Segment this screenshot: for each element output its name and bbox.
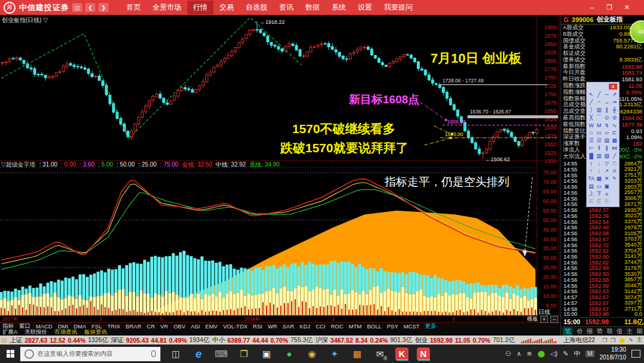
quote-tab-值[interactable]: 值 [617, 327, 623, 336]
palette-tool-icon[interactable]: 下 [595, 190, 603, 198]
wps-app-icon[interactable]: ▦ [350, 346, 364, 362]
palette-tool-icon[interactable]: ╱ [595, 91, 603, 99]
tim-app-icon[interactable]: ✦ [327, 346, 342, 362]
back-icon[interactable]: ❮ [85, 3, 95, 12]
palette-tool-icon[interactable]: ↯ [603, 121, 611, 129]
palette-tool-icon[interactable]: ▩ [595, 175, 603, 183]
status-icon-1[interactable]: ❐ [611, 337, 615, 343]
status-app-icon[interactable]: ▤ [1, 337, 7, 343]
palette-tool-icon[interactable] [611, 190, 618, 198]
chart-title[interactable]: 创业板指(日线) ▽ [2, 16, 48, 24]
menu-自选股[interactable]: 自选股 [240, 1, 273, 14]
menu-资讯[interactable]: 资讯 [273, 1, 299, 14]
palette-tool-icon[interactable]: 上 [587, 190, 595, 198]
palette-tool-icon[interactable]: ⊏ [611, 129, 618, 137]
palette-tool-icon[interactable]: ▭ [595, 183, 603, 190]
file-explorer-icon[interactable]: ❐ [237, 346, 251, 362]
palette-tool-icon[interactable]: ▣ [603, 183, 611, 190]
palette-tool-icon[interactable]: ✕ [603, 175, 611, 183]
palette-tool-icon[interactable]: ╱ [587, 99, 595, 106]
menu-设置[interactable]: 设置 [352, 1, 378, 14]
palette-tool-icon[interactable]: ↓ [595, 167, 603, 175]
menu-数据[interactable]: 数据 [299, 1, 326, 14]
forward-icon[interactable]: ❯ [98, 3, 109, 12]
palette-tool-icon[interactable] [611, 198, 618, 205]
palette-tool-icon[interactable]: ╳ [587, 113, 595, 121]
palette-tool-icon[interactable]: 手 [603, 198, 611, 205]
palette-tool-icon[interactable]: ∦ [603, 144, 611, 152]
stock-app-icon[interactable]: K [395, 347, 408, 361]
palette-tool-icon[interactable]: ☱ [595, 137, 603, 144]
people-icon[interactable]: ⚇ [505, 350, 511, 358]
palette-tool-icon[interactable]: ▨ [603, 152, 611, 159]
quote-tab-细[interactable]: 细 [587, 327, 593, 336]
palette-tool-icon[interactable]: ⌂ [587, 129, 595, 137]
palette-tool-icon[interactable]: A [611, 167, 618, 175]
edge-browser-icon[interactable]: e [191, 346, 206, 362]
security-icon[interactable]: ⬤ [538, 350, 545, 358]
index-中小[interactable]: 中小6389.7744.440.70%755.3亿 [212, 336, 312, 344]
palette-tool-icon[interactable]: ▓ [587, 152, 595, 159]
taskbar-clock[interactable]: 19:30 2018/7/10 [600, 346, 627, 361]
palette-tool-icon[interactable]: ▤ [587, 183, 595, 190]
chevron-up-icon[interactable]: ∧ [516, 350, 521, 358]
volume-icon[interactable]: ◁) [550, 350, 558, 358]
maximize-button[interactable]: ❐ [606, 4, 612, 11]
news-app-icon[interactable]: N [417, 347, 430, 361]
palette-close-button[interactable]: ✕ [609, 84, 617, 90]
quote-tab-联[interactable]: 联 [606, 327, 612, 336]
menu-全景市场[interactable]: 全景市场 [147, 1, 187, 14]
index-沪深[interactable]: 沪深3467.528.340.24%901.3亿 [315, 336, 412, 344]
ms-store-icon[interactable]: ▣ [259, 346, 274, 362]
menu-系统[interactable]: 系统 [326, 1, 352, 14]
status-icon-3[interactable]: ✎ [628, 337, 633, 343]
status-icon-0[interactable]: ❐ [602, 337, 607, 343]
palette-tool-icon[interactable]: ↑ [587, 167, 595, 175]
mail-app-icon[interactable]: ✉3 [373, 346, 387, 362]
index-创业[interactable]: 创业1592.9811.050.70%701.2亿 [415, 336, 515, 344]
menu-首页[interactable]: 首页 [120, 1, 147, 14]
chart-area[interactable]: 创业板指(日线) ▽ 15001525155015751600162516501… [0, 15, 561, 322]
palette-tool-icon[interactable]: ≀ [587, 159, 595, 167]
minimize-button[interactable]: ─ [590, 4, 595, 11]
quote-tab-期[interactable]: 期 [637, 327, 643, 336]
palette-tool-icon[interactable]: ✎ [611, 175, 618, 183]
palette-tool-icon[interactable]: ☰ [587, 137, 595, 144]
menu-行情[interactable]: 行情 [187, 1, 213, 14]
index-深证[interactable]: 深证9205.4344.810.49%1934亿 [111, 336, 209, 344]
palette-tool-icon[interactable]: ∥ [603, 106, 611, 114]
wifi-icon[interactable]: ≋ [527, 350, 532, 358]
zoom-in-button[interactable]: + [540, 316, 548, 323]
chrome-like-browser-icon[interactable]: ◉ [305, 346, 319, 362]
palette-tool-icon[interactable]: 卖 [595, 198, 603, 205]
palette-tool-icon[interactable]: ┄ [595, 99, 603, 106]
palette-tool-icon[interactable]: ▥ [595, 152, 603, 159]
palette-tool-icon[interactable]: TA [587, 175, 595, 183]
palette-tool-icon[interactable]: ⊢ [587, 144, 595, 152]
palette-tool-icon[interactable]: ↔ [603, 99, 611, 106]
menu-我要提问[interactable]: 我要提问 [378, 1, 419, 14]
palette-tool-icon[interactable]: ≡ [603, 190, 611, 198]
status-icon-2[interactable]: ⬤ [619, 337, 625, 343]
palette-tool-icon[interactable]: ┆ [587, 106, 595, 114]
palette-tool-icon[interactable]: ▥ [595, 106, 603, 114]
palette-tool-icon[interactable]: ╱ [611, 152, 618, 159]
pen-icon[interactable]: ✎ [563, 350, 568, 358]
menu-交易[interactable]: 交易 [213, 1, 240, 14]
palette-tool-icon[interactable]: ∿ [611, 121, 618, 129]
screenshot-icon[interactable]: ◫ [72, 3, 82, 12]
palette-tool-icon[interactable]: ⌒ [595, 113, 603, 121]
task-view-icon[interactable]: ◫ [169, 346, 183, 362]
close-button[interactable]: ✕ [624, 4, 630, 11]
palette-tool-icon[interactable]: 买 [587, 198, 595, 205]
laptop-app-icon[interactable]: ⌨ [214, 346, 228, 362]
palette-tool-icon[interactable]: ↗ [611, 91, 618, 99]
taskbar-search-input[interactable]: 在这里输入你要搜索的内容 [20, 347, 160, 361]
palette-tool-icon[interactable]: ▽ [603, 159, 611, 167]
action-center-icon[interactable] [631, 350, 640, 358]
ime-icon[interactable]: 中 [574, 349, 580, 358]
palette-tool-icon[interactable]: W [587, 121, 595, 129]
zoom-out-button[interactable]: − [550, 316, 558, 323]
m-icon[interactable]: M [586, 350, 594, 357]
palette-tool-icon[interactable]: ╫ [611, 106, 618, 114]
